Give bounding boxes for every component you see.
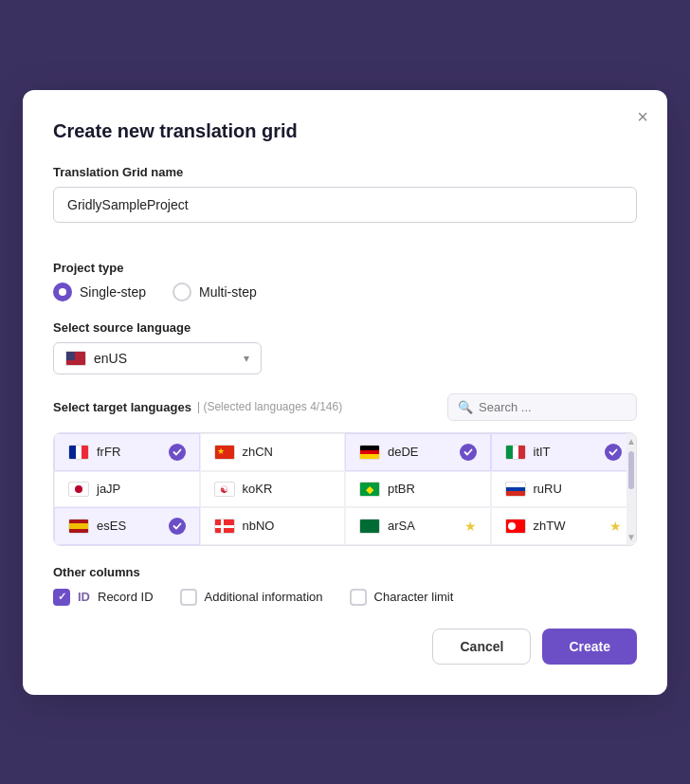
- radio-circle-multi: [172, 283, 191, 301]
- selected-check-icon: [460, 444, 477, 461]
- lang-code: jaJP: [97, 482, 120, 496]
- flag-icon: [68, 482, 89, 497]
- grid-name-section: Translation Grid name: [53, 165, 637, 242]
- star-icon: ★: [609, 519, 622, 534]
- create-button[interactable]: Create: [542, 629, 637, 665]
- lang-code: frFR: [97, 445, 120, 459]
- flag-icon: [214, 445, 235, 460]
- flag-icon: [214, 519, 235, 534]
- radio-circle-single: [53, 283, 72, 301]
- lang-cell[interactable]: itIT: [491, 433, 637, 471]
- target-header-left: Select target languages | (Selected lang…: [53, 400, 342, 414]
- lang-cell[interactable]: esES: [54, 507, 200, 545]
- checkbox-char-limit[interactable]: Character limit: [350, 589, 454, 606]
- checkbox-additional-info[interactable]: Additional information: [180, 589, 323, 606]
- record-id-label: Record ID: [98, 590, 154, 604]
- project-type-label: Project type: [53, 261, 637, 275]
- source-language-value: enUS: [94, 351, 127, 366]
- lang-code: nbNO: [243, 519, 275, 533]
- lang-code: itIT: [534, 445, 551, 459]
- target-languages-section: Select target languages | (Selected lang…: [53, 393, 637, 546]
- lang-cell[interactable]: frFR: [54, 433, 200, 471]
- target-languages-header: Select target languages | (Selected lang…: [53, 393, 637, 421]
- lang-code: esES: [97, 519, 126, 533]
- selected-count-badge: | (Selected languages 4/146): [197, 400, 342, 413]
- lang-cell[interactable]: arSA★: [345, 507, 491, 545]
- source-flag-icon: [65, 351, 86, 366]
- lang-code: arSA: [388, 519, 415, 533]
- checkbox-box-additional-info: [180, 589, 197, 606]
- language-search-box[interactable]: 🔍: [447, 393, 637, 421]
- additional-info-label: Additional information: [205, 590, 323, 604]
- scroll-up-arrow[interactable]: ▲: [626, 433, 636, 449]
- lang-cell[interactable]: ruRU: [491, 471, 637, 507]
- source-language-label: Select source language: [53, 320, 637, 335]
- radio-single-step[interactable]: Single-step: [53, 283, 146, 301]
- source-language-section: Select source language enUS ▾: [53, 320, 637, 374]
- lang-code: zhCN: [243, 445, 274, 459]
- lang-cell[interactable]: koKR: [200, 471, 346, 507]
- flag-icon: [68, 445, 89, 460]
- lang-cell[interactable]: deDE: [345, 433, 491, 471]
- char-limit-label: Character limit: [374, 590, 454, 604]
- search-icon: 🔍: [458, 400, 473, 414]
- flag-icon: [505, 482, 526, 497]
- lang-code: deDE: [388, 445, 419, 459]
- other-columns-section: Other columns ID Record ID Additional in…: [53, 565, 637, 606]
- lang-code: koKR: [243, 482, 273, 496]
- selected-check-icon: [169, 444, 186, 461]
- close-button[interactable]: ×: [637, 107, 648, 126]
- lang-cell[interactable]: ptBR: [345, 471, 491, 507]
- lang-cell[interactable]: zhTW★: [491, 507, 637, 545]
- checkbox-box-record-id: [53, 589, 70, 606]
- id-label: ID: [78, 590, 90, 604]
- language-search-input[interactable]: [479, 400, 626, 414]
- project-type-section: Project type Single-step Multi-step: [53, 261, 637, 301]
- flag-icon: [359, 445, 380, 460]
- lang-code: ruRU: [534, 482, 562, 496]
- languages-grid-wrapper: frFR zhCNdeDE itIT jaJPkoKRptBRruRUesES …: [53, 432, 637, 546]
- cancel-button[interactable]: Cancel: [432, 629, 531, 665]
- languages-grid: frFR zhCNdeDE itIT jaJPkoKRptBRruRUesES …: [54, 433, 636, 545]
- flag-icon: [359, 482, 380, 497]
- flag-icon: [505, 519, 526, 534]
- radio-label-multi: Multi-step: [199, 284, 257, 300]
- lang-cell[interactable]: zhCN: [200, 433, 346, 471]
- lang-cell[interactable]: nbNO: [200, 507, 346, 545]
- checkbox-box-char-limit: [350, 589, 367, 606]
- scrollbar[interactable]: ▲ ▼: [626, 433, 636, 545]
- flag-icon: [68, 519, 89, 534]
- other-columns-label: Other columns: [53, 565, 637, 579]
- selected-check-icon: [605, 444, 622, 461]
- lang-code: ptBR: [388, 482, 415, 496]
- scrollbar-thumb[interactable]: [628, 451, 634, 489]
- modal-title: Create new translation grid: [53, 120, 637, 142]
- flag-icon: [505, 445, 526, 460]
- other-columns-checkboxes: ID Record ID Additional information Char…: [53, 589, 637, 606]
- grid-name-label: Translation Grid name: [53, 165, 637, 179]
- modal-dialog: Create new translation grid × Translatio…: [23, 90, 667, 695]
- radio-multi-step[interactable]: Multi-step: [172, 283, 257, 301]
- scroll-down-arrow[interactable]: ▼: [626, 529, 636, 545]
- star-icon: ★: [464, 519, 477, 534]
- grid-name-input[interactable]: [53, 187, 637, 223]
- checkbox-record-id[interactable]: ID Record ID: [53, 589, 154, 606]
- lang-code: zhTW: [534, 519, 566, 533]
- lang-cell[interactable]: jaJP: [54, 471, 200, 507]
- modal-overlay: Create new translation grid × Translatio…: [0, 0, 690, 784]
- flag-icon: [359, 519, 380, 534]
- source-language-dropdown[interactable]: enUS ▾: [53, 342, 262, 374]
- flag-icon: [214, 482, 235, 497]
- selected-check-icon: [169, 518, 186, 535]
- footer-buttons: Cancel Create: [53, 629, 637, 665]
- project-type-radio-group: Single-step Multi-step: [53, 283, 637, 301]
- radio-label-single: Single-step: [80, 284, 146, 300]
- target-languages-label: Select target languages: [53, 400, 191, 414]
- chevron-down-icon: ▾: [244, 352, 249, 365]
